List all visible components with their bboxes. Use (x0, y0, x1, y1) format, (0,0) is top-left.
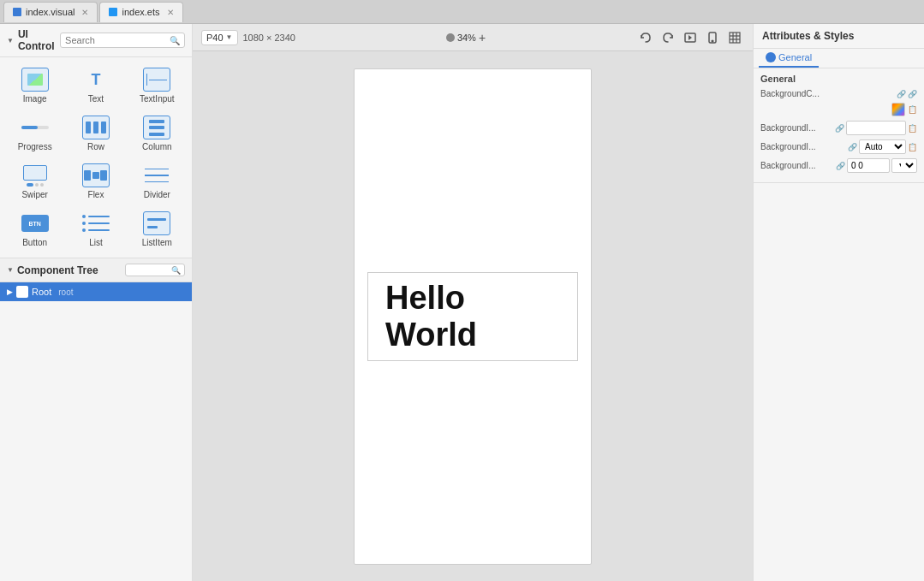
color-swatch[interactable] (891, 103, 905, 116)
canvas-area: P40 ▼ 1080 × 2340 34% + (193, 24, 753, 581)
bg-image2-label: BackgroundI... (760, 142, 844, 151)
panel-tabs: General (754, 49, 924, 68)
row-icon (82, 116, 110, 139)
component-item-image[interactable]: Image (5, 62, 64, 109)
text-icon: T (82, 68, 110, 92)
dimensions-display: 1080 × 2340 (243, 33, 295, 43)
tab-bar: index.visual ✕ index.ets ✕ (0, 0, 924, 24)
toolbar-center: 34% + (446, 31, 486, 44)
bg-pos-select[interactable]: ▼ (891, 158, 917, 173)
zoom-preset-value: P40 (206, 33, 224, 43)
tree-item-root-tag: root (58, 288, 73, 297)
bg-image-link-icon2[interactable]: 🔗 (908, 90, 917, 98)
tree-item-arrow: ▶ (7, 288, 13, 296)
left-panel: ▼ UI Control 🔍 Image T Text (0, 24, 193, 581)
bg-image1-input[interactable] (846, 121, 906, 135)
list-label: List (89, 238, 103, 247)
bg-color-copy-icon[interactable]: 📋 (908, 105, 917, 114)
general-tab-label: General (778, 52, 812, 62)
bg-image2-link-icon[interactable]: 🔗 (848, 143, 857, 151)
ui-control-header: ▼ UI Control 🔍 (0, 24, 192, 57)
attr-row-bg-pos: BackgroundI... 🔗 ▼ (760, 158, 917, 173)
component-item-flex[interactable]: Flex (66, 158, 125, 205)
component-item-list[interactable]: List (66, 206, 125, 252)
visual-tab-icon (13, 8, 21, 16)
ui-control-title: UI Control (18, 28, 60, 52)
tree-item-root-label: Root (32, 287, 51, 297)
tab-visual[interactable]: index.visual ✕ (3, 2, 98, 22)
component-item-listitem[interactable]: ListItem (128, 206, 187, 252)
component-tree-header: ▼ Component Tree 🔍 (0, 258, 192, 282)
bg-image1-copy-icon[interactable]: 📋 (908, 124, 917, 133)
flex-icon (82, 163, 110, 187)
component-tree-content: ▶ Root root (0, 282, 192, 581)
bg-pos-label: BackgroundI... (760, 161, 832, 170)
component-item-progress[interactable]: Progress (5, 110, 64, 157)
undo-button[interactable] (636, 28, 655, 47)
listitem-label: ListItem (142, 238, 172, 247)
redo-button[interactable] (659, 28, 677, 47)
bg-pos-link-icon[interactable]: 🔗 (836, 162, 845, 170)
component-item-text[interactable]: T Text (66, 62, 125, 109)
svg-rect-7 (730, 33, 740, 43)
ets-tab-close[interactable]: ✕ (167, 8, 174, 17)
device-frame: Hello World (354, 68, 592, 565)
component-item-swiper[interactable]: Swiper (5, 158, 64, 205)
tree-title-label: Component Tree (17, 264, 98, 276)
row-label: Row (87, 142, 104, 151)
ui-control-search-box[interactable]: 🔍 (60, 33, 185, 48)
tree-arrow[interactable]: ▼ (7, 266, 14, 274)
button-icon: BTN (21, 211, 49, 235)
bg-color-swatch-row: 📋 (891, 103, 917, 116)
tab-ets[interactable]: index.ets ✕ (99, 2, 182, 22)
device-button[interactable] (703, 28, 722, 47)
bg-image2-select[interactable]: Auto Cover Contain (859, 139, 906, 154)
component-item-divider[interactable]: Divider (128, 158, 187, 205)
button-label: Button (22, 238, 47, 247)
bg-image2-value: 🔗 Auto Cover Contain 📋 (848, 139, 917, 154)
toolbar-left: P40 ▼ 1080 × 2340 (201, 30, 295, 45)
bg-color-value: 🔗 🔗 (897, 90, 917, 98)
component-item-row[interactable]: Row (66, 110, 125, 157)
image-label: Image (23, 94, 47, 104)
listitem-icon (143, 211, 170, 235)
bg-color-link-icon[interactable]: 🔗 (897, 90, 906, 98)
textinput-label: TextInput (140, 94, 175, 104)
ui-control-search-input[interactable] (65, 35, 167, 45)
search-icon: 🔍 (170, 36, 180, 45)
attr-row-bg-image1: BackgroundI... 🔗 📋 (760, 121, 917, 135)
grid-button[interactable] (725, 28, 744, 47)
canvas-content[interactable]: Hello World (193, 51, 753, 581)
component-item-column[interactable]: Column (128, 110, 187, 157)
bg-pos-input[interactable] (847, 158, 890, 173)
flex-label: Flex (88, 190, 104, 199)
text-label: Text (88, 94, 104, 104)
visual-tab-close[interactable]: ✕ (81, 8, 88, 17)
swiper-label: Swiper (21, 190, 48, 199)
tree-search-input[interactable] (129, 265, 170, 275)
zoom-preset-arrow: ▼ (226, 33, 233, 41)
tree-search-box[interactable]: 🔍 (125, 264, 185, 276)
general-section: General BackgroundC... 🔗 🔗 📋 BackgroundI… (754, 68, 924, 183)
tree-item-root[interactable]: ▶ Root root (0, 282, 192, 301)
bg-image2-copy-icon[interactable]: 📋 (908, 143, 917, 151)
component-item-button[interactable]: BTN Button (5, 206, 64, 252)
component-item-textinput[interactable]: TextInput (128, 62, 187, 109)
btn-icon-inner: BTN (21, 215, 49, 232)
hello-world-element[interactable]: Hello World (367, 272, 578, 361)
visual-tab-label: index.visual (26, 7, 75, 17)
component-tree-title: ▼ Component Tree (7, 264, 98, 276)
divider-icon (143, 163, 170, 187)
zoom-preset-selector[interactable]: P40 ▼ (201, 30, 238, 45)
zoom-dot-icon (446, 33, 455, 42)
ui-control-arrow[interactable]: ▼ (7, 37, 14, 44)
bg-image1-link-icon[interactable]: 🔗 (835, 124, 844, 133)
textinput-icon (143, 68, 170, 92)
ets-tab-icon (109, 8, 117, 16)
panel-tab-general[interactable]: General (759, 49, 819, 68)
general-section-title: General (760, 74, 917, 84)
preview-button[interactable] (681, 28, 700, 47)
canvas-toolbar: P40 ▼ 1080 × 2340 34% + (193, 24, 753, 51)
bg-color-label: BackgroundC... (760, 89, 893, 98)
zoom-plus-btn[interactable]: + (479, 31, 486, 44)
